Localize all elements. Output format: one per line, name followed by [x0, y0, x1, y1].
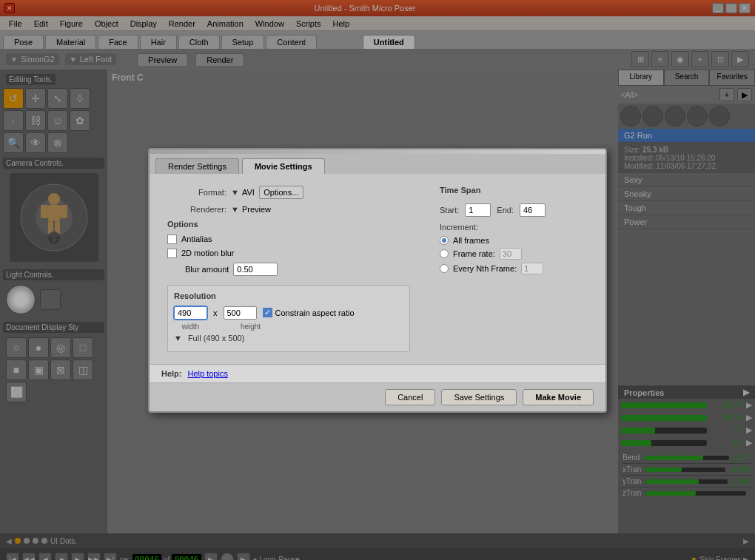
frame-rate-label: Frame rate:	[453, 249, 495, 258]
increment-section: Increment: All frames Frame rate:	[440, 223, 588, 274]
preset-arrow: ▼	[174, 334, 182, 343]
width-input[interactable]	[174, 306, 207, 320]
antialias-checkbox[interactable]	[167, 235, 177, 244]
end-label: End:	[497, 206, 514, 215]
all-frames-label: All frames	[453, 236, 489, 245]
help-link[interactable]: Help topics	[188, 369, 228, 378]
constrain-row: ✓ Constrain aspect ratio	[263, 308, 355, 317]
render-settings-tab[interactable]: Render Settings	[155, 158, 239, 174]
motion-blur-row: 2D motion blur	[167, 249, 410, 258]
increment-title: Increment:	[440, 223, 588, 232]
frame-rate-radio[interactable]	[440, 249, 449, 258]
modal-body: Format: ▼ AVI Options... Renderer: ▼ Pre…	[150, 174, 605, 364]
time-span-title: Time Span	[440, 186, 588, 195]
constrain-label: Constrain aspect ratio	[275, 308, 355, 317]
help-label: Help:	[161, 369, 182, 378]
all-frames-radio[interactable]	[440, 236, 449, 245]
res-labels-row: width height	[174, 323, 403, 331]
renderer-row: Renderer: ▼ Preview	[167, 205, 410, 214]
blur-amount-row: Blur amount	[185, 263, 410, 276]
nth-frame-row: Every Nth Frame:	[440, 263, 588, 274]
renderer-label: Renderer:	[167, 205, 226, 214]
time-span-section: Time Span Start: End: Increment: All fra…	[440, 186, 588, 352]
constrain-checkbox[interactable]: ✓	[263, 308, 272, 317]
modal-tabs: Render Settings Movie Settings	[150, 154, 605, 174]
frame-rate-input[interactable]	[500, 248, 522, 260]
renderer-select[interactable]: ▼ Preview	[231, 205, 271, 214]
frame-rate-row: Frame rate:	[440, 248, 588, 260]
modal-buttons: Cancel Save Settings Make Movie	[150, 382, 605, 411]
options-title: Options	[167, 220, 410, 229]
format-select[interactable]: ▼ AVI	[231, 188, 255, 197]
motion-blur-checkbox[interactable]	[167, 249, 177, 258]
format-value: AVI	[242, 188, 255, 197]
section-group: Format: ▼ AVI Options... Renderer: ▼ Pre…	[167, 186, 588, 352]
resolution-title: Resolution	[174, 291, 403, 300]
modal-dialog: Render Settings Movie Settings Format: ▼…	[148, 148, 607, 413]
format-row: Format: ▼ AVI Options...	[167, 186, 410, 199]
start-label: Start:	[440, 206, 459, 215]
height-input[interactable]	[224, 306, 257, 320]
movie-settings-tab[interactable]: Movie Settings	[242, 158, 325, 174]
preset-row: ▼ Full (490 x 500)	[174, 334, 403, 343]
renderer-value: Preview	[242, 205, 271, 214]
end-input[interactable]	[520, 203, 546, 217]
height-label: height	[234, 323, 267, 331]
start-end-row: Start: End:	[440, 203, 588, 217]
format-label: Format:	[167, 188, 226, 197]
nth-frame-input[interactable]	[521, 263, 543, 274]
preset-label[interactable]: Full (490 x 500)	[188, 334, 244, 343]
motion-blur-label: 2D motion blur	[181, 249, 235, 257]
resolution-section: Resolution x ✓ Constrain aspect ratio w	[167, 285, 410, 352]
width-label: width	[174, 323, 207, 331]
blur-amount-label: Blur amount	[185, 265, 229, 274]
options-btn[interactable]: Options...	[259, 186, 303, 199]
make-movie-button[interactable]: Make Movie	[523, 389, 594, 405]
save-settings-button[interactable]: Save Settings	[441, 389, 517, 405]
format-arrow: ▼	[231, 188, 239, 197]
nth-frame-radio[interactable]	[440, 264, 449, 273]
cancel-button[interactable]: Cancel	[385, 389, 435, 405]
modal-overlay: Render Settings Movie Settings Format: ▼…	[0, 0, 755, 560]
modal-help: Help: Help topics	[150, 364, 605, 382]
nth-frame-label: Every Nth Frame:	[453, 264, 517, 273]
left-section: Format: ▼ AVI Options... Renderer: ▼ Pre…	[167, 186, 410, 352]
options-section: Options Antialias 2D motion blur Blur am…	[167, 220, 410, 276]
renderer-arrow: ▼	[231, 205, 239, 214]
blur-amount-input[interactable]	[233, 263, 278, 276]
antialias-row: Antialias	[167, 235, 410, 244]
start-input[interactable]	[465, 203, 491, 217]
times-symbol: x	[213, 308, 218, 317]
all-frames-row: All frames	[440, 236, 588, 245]
antialias-label: Antialias	[181, 235, 212, 243]
res-inputs-row: x ✓ Constrain aspect ratio	[174, 306, 403, 320]
